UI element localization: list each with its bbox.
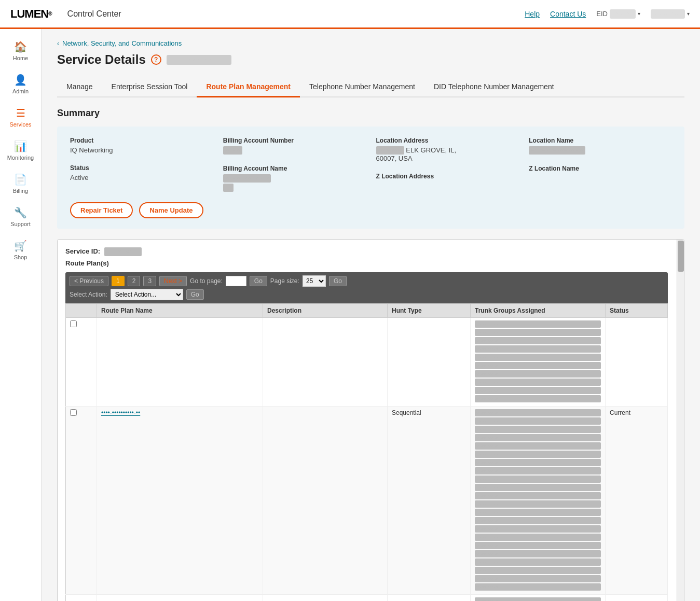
select-action-go-button[interactable]: Go (186, 289, 204, 300)
sidebar-item-shop[interactable]: 🛒 Shop (0, 233, 41, 267)
tab-telephone-number-management[interactable]: Telephone Number Management (300, 77, 424, 97)
page-title: Service Details (57, 52, 146, 67)
name-update-button[interactable]: Name Update (139, 202, 203, 218)
summary-billing-account: Billing Account Number ••••••• Billing A… (223, 137, 366, 192)
eid-section: EID •••••••• ▾ (596, 9, 640, 19)
next-page-button[interactable]: Next > (159, 276, 187, 286)
summary-location-address: Location Address ••••••••••• ELK GROVE, … (376, 137, 519, 192)
billing-icon: 📄 (14, 173, 27, 186)
prev-page-button[interactable]: < Previous (70, 276, 108, 286)
z-location-address-label: Z Location Address (376, 173, 519, 180)
tab-route-plan-management[interactable]: Route Plan Management (197, 77, 300, 97)
description-cell (263, 318, 388, 407)
contact-us-link[interactable]: Contact Us (550, 10, 586, 18)
eid-label: EID (596, 10, 608, 18)
billing-account-name-value: •••••••••••••••••••• ••• (223, 174, 366, 192)
repair-ticket-button[interactable]: Repair Ticket (70, 202, 133, 218)
page-size-select[interactable]: 25 50 100 (303, 275, 326, 287)
summary-location-name: Location Name •••••••••••••••••••••••• Z… (529, 137, 671, 192)
status-active: Current (606, 407, 668, 595)
eid-value: •••••••• (610, 9, 636, 19)
breadcrumb-link[interactable]: Network, Security, and Communications (62, 39, 182, 47)
location-name-label: Location Name (529, 137, 671, 144)
scroll-track[interactable] (677, 240, 684, 601)
col-checkbox (66, 304, 97, 318)
summary-actions: Repair Ticket Name Update (70, 202, 671, 218)
col-trunk-groups-assigned: Trunk Groups Assigned (471, 304, 606, 318)
trunk-groups-active: •••••••••••• •••••••••••• •••••••••••• •… (471, 407, 606, 595)
page-3-button[interactable]: 3 (143, 276, 156, 286)
billing-account-number-label: Billing Account Number (223, 137, 366, 144)
sidebar-item-monitoring[interactable]: 📊 Monitoring (0, 134, 41, 167)
row-checkbox[interactable] (70, 320, 77, 327)
summary-title: Summary (57, 108, 684, 119)
tab-enterprise-session-tool[interactable]: Enterprise Session Tool (102, 77, 197, 97)
hunt-type-bottom (388, 595, 471, 602)
route-plan-table: Route Plan Name Description Hunt Type Tr… (65, 303, 668, 601)
select-action-label: Select Action: (70, 291, 107, 298)
sidebar-label-home: Home (13, 55, 28, 61)
table-row-bottom: •••••••••••• •••••••••••• •••••••••••• •… (66, 595, 668, 602)
service-id: ••-••••••• (167, 55, 231, 65)
content-area: ‹ Network, Security, and Communications … (42, 29, 700, 601)
route-plan-name-bottom (97, 595, 263, 602)
sidebar-item-billing[interactable]: 📄 Billing (0, 167, 41, 200)
description-bottom (263, 595, 388, 602)
account-section: •••••••••••• ▾ (651, 9, 690, 19)
service-info: Service ID: ••••••• (65, 247, 668, 256)
trunk-groups-cell: •••••••••••• •••••••••••• •••••••••••• •… (471, 318, 606, 407)
product-value: IQ Networking (70, 146, 213, 154)
col-description: Description (263, 304, 388, 318)
account-value: •••••••••••• (651, 9, 685, 19)
hunt-type-active: Sequential (388, 407, 471, 595)
table-row-active: ••••-••••••••••-•• Sequential ••••••••••… (66, 407, 668, 595)
sidebar-label-shop: Shop (14, 254, 28, 260)
go-to-page-button[interactable]: Go (250, 276, 267, 286)
status-cell (606, 318, 668, 407)
toolbar-row-pagination: < Previous 1 2 3 Next > Go to page: Go P… (70, 275, 664, 287)
route-plan-name-cell (97, 318, 263, 407)
location-address-value: ••••••••••• ELK GROVE, IL,60007, USA (376, 146, 519, 162)
help-link[interactable]: Help (525, 10, 540, 18)
eid-chevron[interactable]: ▾ (638, 11, 640, 17)
breadcrumb: ‹ Network, Security, and Communications (57, 39, 684, 47)
support-icon: 🔧 (14, 206, 27, 219)
table-row: •••••••••••• •••••••••••• •••••••••••• •… (66, 318, 668, 407)
page-title-row: Service Details ? ••-••••••• (57, 52, 684, 67)
location-address-label: Location Address (376, 137, 519, 144)
z-location-name-label: Z Location Name (529, 165, 671, 172)
main-layout: 🏠 Home 👤 Admin ☰ Services 📊 Monitoring 📄… (0, 29, 700, 601)
home-icon: 🏠 (14, 40, 27, 53)
service-id-label: Service ID: (65, 247, 100, 256)
page-2-button[interactable]: 2 (128, 276, 141, 286)
location-name-value: •••••••••••••••••••••••• (529, 146, 671, 155)
row-checkbox-active[interactable] (70, 409, 77, 416)
tab-manage[interactable]: Manage (57, 77, 102, 97)
page-1-button[interactable]: 1 (112, 276, 125, 286)
tabs: Manage Enterprise Session Tool Route Pla… (57, 77, 684, 97)
status-label: Status (70, 164, 213, 172)
sidebar-item-support[interactable]: 🔧 Support (0, 200, 41, 233)
col-status: Status (606, 304, 668, 318)
shop-icon: 🛒 (14, 240, 27, 252)
account-chevron[interactable]: ▾ (687, 11, 690, 17)
tab-did-telephone-number-management[interactable]: DID Telephone Number Management (424, 77, 564, 97)
go-to-page-input[interactable] (226, 276, 246, 286)
summary-card: Product IQ Networking Status Active Bill… (57, 127, 684, 229)
sidebar-item-home[interactable]: 🏠 Home (0, 34, 41, 67)
toolbar-row-action: Select Action: Select Action... Go (70, 289, 664, 300)
app-title: Control Center (67, 9, 121, 19)
go-to-page-label: Go to page: (190, 277, 223, 285)
page-size-go-button[interactable]: Go (329, 276, 347, 286)
sidebar-label-monitoring: Monitoring (7, 155, 34, 161)
sidebar-label-services: Services (9, 121, 31, 128)
status-value: Active (70, 174, 213, 181)
hunt-type-cell (388, 318, 471, 407)
help-circle-icon[interactable]: ? (151, 54, 161, 65)
summary-product: Product IQ Networking Status Active (70, 137, 213, 192)
route-plan-title: Route Plan(s) (65, 259, 668, 267)
summary-grid: Product IQ Networking Status Active Bill… (70, 137, 671, 192)
sidebar-item-services[interactable]: ☰ Services (0, 101, 41, 134)
sidebar-item-admin[interactable]: 👤 Admin (0, 67, 41, 101)
select-action-select[interactable]: Select Action... (111, 289, 183, 300)
